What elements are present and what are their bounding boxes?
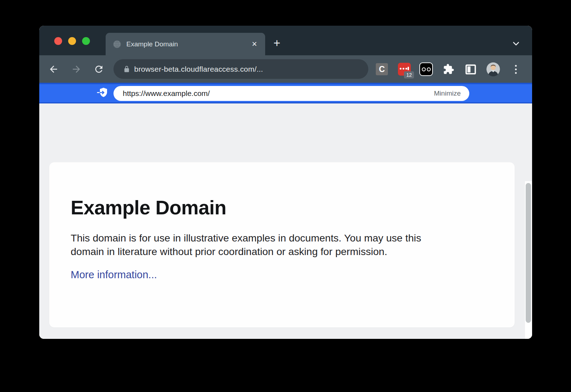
navigation-toolbar: browser-beta.cloudflareaccess.com/... C [39,55,532,83]
menu-button[interactable] [509,62,522,76]
tab-close-button[interactable]: ✕ [249,39,259,49]
reload-icon [94,64,104,75]
notification-badge: 12 [404,71,414,78]
minimize-button[interactable]: Minimize [434,90,461,97]
lock-icon [123,65,131,73]
browser-window: Example Domain ✕ + [39,26,532,339]
arrow-left-icon [48,64,59,75]
scrollbar[interactable] [525,181,532,339]
isolation-url-text: https://www.example.com/ [123,89,210,98]
reload-button[interactable] [93,63,105,75]
isolation-bar: https://www.example.com/ Minimize [39,83,532,103]
avatar-photo [486,62,500,76]
address-text: browser-beta.cloudflareaccess.com/... [134,65,263,73]
plus-icon: + [273,36,280,50]
two-circles-extension-icon [419,62,433,76]
back-button[interactable] [47,63,60,75]
extension-red-button[interactable]: 12 [398,62,411,76]
page-title: Example Domain [71,196,493,219]
profile-avatar[interactable] [486,62,500,76]
shield-arrow-icon [96,87,109,99]
new-tab-button[interactable]: + [270,36,284,51]
extension-dark-button[interactable] [419,62,433,76]
browser-tab[interactable]: Example Domain ✕ [106,33,265,55]
screenshot-stage: Example Domain ✕ + [0,0,571,392]
page-paragraph: This domain is for use in illustrative e… [71,231,492,258]
isolation-address-bar[interactable]: https://www.example.com/ Minimize [113,86,469,101]
globe-favicon-icon [113,40,121,49]
extensions-menu-button[interactable] [442,62,455,76]
c-extension-icon: C [376,63,388,75]
chevron-down-icon [512,39,520,48]
tab-title: Example Domain [126,40,249,48]
tab-strip: Example Domain ✕ + [39,26,532,55]
window-controls [54,37,90,45]
side-panel-button[interactable] [464,62,477,76]
window-minimize-button[interactable] [68,37,76,45]
three-dot-icon [515,65,517,74]
content-card: Example Domain This domain is for use in… [49,162,515,327]
arrow-right-icon [71,64,82,75]
puzzle-icon [443,63,454,75]
window-zoom-button[interactable] [82,37,90,45]
tab-search-button[interactable] [508,36,524,51]
red-dots-extension-icon: 12 [398,63,411,76]
window-close-button[interactable] [54,37,62,45]
more-information-link[interactable]: More information... [71,269,157,281]
forward-button[interactable] [70,63,82,75]
extension-c-button[interactable]: C [375,62,389,76]
side-panel-icon [465,63,477,75]
page-content: Example Domain This domain is for use in… [39,103,532,339]
address-bar[interactable]: browser-beta.cloudflareaccess.com/... [113,59,368,79]
scrollbar-thumb[interactable] [526,183,531,323]
